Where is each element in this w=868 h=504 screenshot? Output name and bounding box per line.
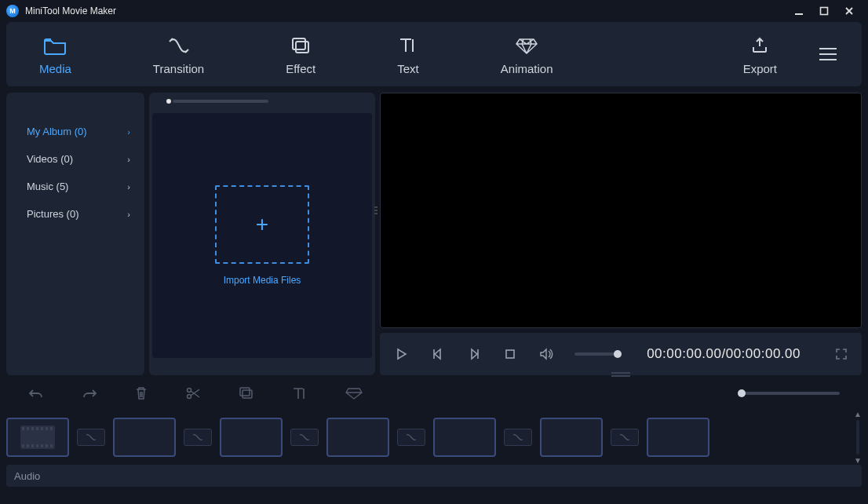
redo-icon (82, 387, 97, 400)
text-icon (292, 386, 308, 400)
title-bar: M MiniTool Movie Maker (0, 0, 868, 22)
minimize-button[interactable] (786, 0, 811, 22)
clip-slot[interactable] (326, 418, 389, 457)
export-label: Export (743, 62, 777, 75)
main-toolbar: Media Transition Effect Text Animation E… (6, 22, 862, 86)
app-title: MiniTool Movie Maker (25, 5, 786, 16)
svg-rect-3 (293, 38, 305, 49)
close-button[interactable] (837, 0, 862, 22)
media-panel: + Import Media Files (152, 113, 372, 358)
diamond-icon (515, 34, 538, 57)
fullscreen-icon (835, 348, 848, 360)
folder-icon (43, 34, 67, 57)
next-frame-button[interactable] (466, 346, 482, 362)
timeline-animation-button[interactable] (345, 386, 363, 400)
split-button[interactable] (185, 386, 201, 400)
menu-button[interactable] (818, 46, 838, 62)
clip-slot[interactable] (113, 418, 176, 457)
plus-icon: + (256, 212, 268, 237)
maximize-button[interactable] (811, 0, 837, 22)
step-forward-icon (468, 348, 480, 360)
audio-track[interactable]: Audio (6, 465, 862, 487)
transition-slot[interactable] (77, 429, 105, 446)
transition-icon (191, 433, 204, 441)
middle-row: My Album (0) › Videos (0) › Music (5) › … (6, 93, 862, 375)
media-library: + Import Media Files (149, 93, 375, 375)
transition-icon (618, 433, 631, 441)
volume-button[interactable] (538, 346, 554, 362)
timeline-zoom-slider[interactable] (738, 392, 840, 395)
clip-slot[interactable] (6, 418, 69, 457)
effect-icon (290, 34, 311, 57)
export-button[interactable]: Export (734, 29, 786, 80)
svg-point-6 (188, 395, 191, 399)
scroll-down-icon[interactable]: ▼ (854, 456, 862, 465)
clip-slot[interactable] (220, 418, 283, 457)
svg-rect-2 (296, 42, 308, 53)
clip-slot[interactable] (647, 418, 709, 457)
horizontal-splitter[interactable] (374, 195, 377, 226)
vertical-splitter[interactable] (611, 372, 630, 377)
transition-icon (85, 433, 97, 441)
undo-icon (28, 387, 44, 400)
prev-frame-button[interactable] (430, 346, 446, 362)
step-back-icon (432, 348, 444, 360)
transition-icon (298, 433, 311, 441)
film-icon (20, 425, 55, 449)
sidebar-item-my-album[interactable]: My Album (0) › (6, 118, 144, 145)
sidebar-item-pictures[interactable]: Pictures (0) › (6, 200, 144, 228)
play-button[interactable] (394, 346, 410, 362)
fullscreen-button[interactable] (835, 348, 848, 360)
sidebar-item-videos[interactable]: Videos (0) › (6, 145, 144, 173)
timeline-effect-button[interactable] (239, 386, 254, 400)
preview-column: 00:00:00.00/00:00:00.00 (380, 93, 862, 375)
stop-button[interactable] (502, 346, 518, 362)
timeline-vertical-scrollbar[interactable]: ▲ ▼ (852, 410, 863, 465)
timeline-text-button[interactable] (292, 386, 308, 400)
svg-rect-8 (240, 388, 250, 396)
diamond-icon (345, 386, 363, 400)
scroll-up-icon[interactable]: ▲ (854, 410, 862, 418)
tab-text[interactable]: Text (388, 29, 429, 80)
undo-button[interactable] (28, 387, 44, 400)
transition-slot[interactable] (184, 429, 212, 446)
svg-rect-4 (506, 350, 514, 358)
tab-effect[interactable]: Effect (276, 29, 325, 80)
import-label: Import Media Files (224, 275, 301, 286)
tab-label: Animation (501, 62, 553, 75)
chevron-right-icon: › (127, 210, 130, 219)
sidebar-item-label: Pictures (0) (27, 208, 78, 220)
text-icon (398, 34, 418, 57)
sidebar-item-label: Videos (0) (27, 153, 73, 165)
transition-icon (168, 34, 190, 57)
transition-slot[interactable] (290, 429, 319, 446)
clip-slot[interactable] (540, 418, 603, 457)
time-display: 00:00:00.00/00:00:00.00 (647, 346, 801, 362)
sidebar-item-label: My Album (0) (27, 126, 87, 137)
volume-icon (539, 348, 553, 360)
hamburger-icon (818, 46, 838, 62)
tab-media[interactable]: Media (30, 29, 81, 80)
transition-slot[interactable] (611, 429, 639, 446)
trash-icon (135, 386, 148, 400)
tab-animation[interactable]: Animation (491, 29, 563, 80)
import-dropzone[interactable]: + (215, 185, 309, 264)
tab-label: Effect (286, 62, 315, 75)
delete-button[interactable] (135, 386, 148, 400)
tab-transition[interactable]: Transition (144, 29, 213, 80)
svg-rect-7 (243, 390, 252, 398)
transition-slot[interactable] (504, 429, 532, 446)
media-scroll-indicator[interactable] (166, 99, 358, 104)
media-sidebar: My Album (0) › Videos (0) › Music (5) › … (6, 93, 144, 375)
volume-slider[interactable] (574, 352, 618, 356)
tab-label: Text (397, 62, 419, 75)
chevron-right-icon: › (127, 155, 130, 164)
preview-viewport[interactable] (380, 93, 862, 328)
redo-button[interactable] (82, 387, 97, 400)
clip-slot[interactable] (433, 418, 496, 457)
sidebar-item-label: Music (5) (27, 181, 68, 192)
timeline-toolbar (6, 382, 862, 405)
transition-slot[interactable] (397, 429, 425, 446)
sidebar-item-music[interactable]: Music (5) › (6, 173, 144, 200)
svg-rect-1 (821, 8, 828, 15)
